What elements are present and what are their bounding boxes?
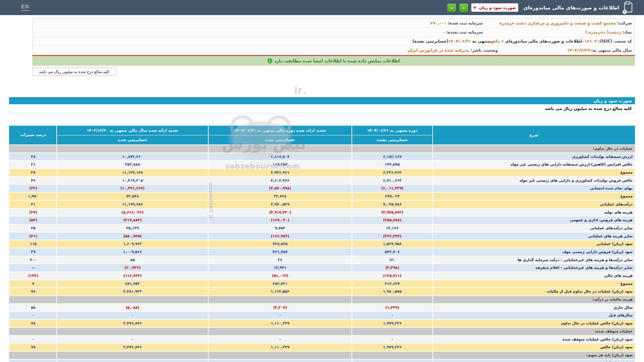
row-label: سود (زیان) فروش دارایی زیستی مولد [432,248,635,256]
value-current-period: (۲۳۶,۲۴۴) [352,233,432,240]
section-row: سود (زیان) پایه هر سهم: [9,352,635,359]
statement-type-select[interactable]: صورت سود و زیان ▼ [471,3,518,12]
header-prior-year: تجدید ارائه شده سال مالی منتهی به ۱۴۰۳/۱… [56,126,208,144]
unregistered-capital-value: ۰ [442,30,445,35]
header-prior-audit: حسابرسی شده [209,135,352,144]
value-prior-year [56,328,208,335]
table-row: مجموع۶۹۹,۰۲۴۳۳,۷۶۸۷۲,۵۳۸۱,۹۷۰ [9,193,635,200]
header-current-title: دوره منتهی به ۱۴۰۴/۰۶/۳۱ [352,126,432,135]
table-row: ارزش منصفانه تولیدات کشاورزی۶,۱۸۲,۱۶۷۴,۸… [9,153,635,161]
row-label: مجموع [432,169,635,176]
header-prior-period: تجدید ارائه شده دوره مالی منتهی به ۱۴۰۳/… [208,126,352,144]
row-label: سایر هزینه های عملیاتی [432,233,635,240]
value-prior-year: ۱۰,۸۷۴,۲۶۰ [56,153,208,161]
value-current-period: ۱,۵۶۷,۹۵۸ [352,240,432,248]
table-row: سود (زیان) خالص عملیات در حال تداوم۱,۹۷۹… [9,320,635,327]
period-note-months: ۶ ماهه [490,39,504,44]
value-percent-change: ۷۸ [10,320,56,327]
registered-capital-label: سرمایه ثبت شده: [448,21,483,25]
value-current-period [352,352,432,359]
row-label: سال جاری [432,304,635,311]
value-prior-period: ۹,۷۵۲ [208,225,352,232]
value-percent-change: -- [10,264,56,272]
value-prior-year: ۸۷۱,۹۷۲ [56,280,208,288]
row-label: سود (زیان) عملیات در حال تداوم قبل از ما… [432,288,635,295]
section-row: عملیات در حال تداوم: [9,145,635,153]
value-current-period: (۱,۳۴۹) [352,304,432,311]
value-prior-period: ۰ [208,336,352,343]
value-percent-change: ۱,۹۷۰ [10,193,56,200]
statement-units-note: کلیه مبالغ درج شده به میلیون ریال می باش… [9,104,635,113]
value-prior-period: ۴۲۱,۷۸۷ [208,248,352,256]
statement-rows: عملیات در حال تداوم:ارزش منصفانه تولیدات… [9,145,635,362]
value-current-period: (۴,۴۹۸) [352,264,432,272]
value-percent-change: ۰ [10,336,56,343]
row-label: سایر درآمدها و هزینه های غیرعملیاتی - در… [432,256,635,264]
value-prior-year: ۰ [56,336,208,343]
value-percent-change: ۴۶ [10,177,56,184]
value-prior-period: ۱۱۹,۲۵۴ [208,161,352,168]
value-prior-year: ۲,۴۷۶,۸۴۶ [56,344,208,351]
value-prior-period: (۳,۹۱۷,۴۳۰) [208,209,352,216]
value-percent-change: ۴۱ [10,201,56,208]
value-prior-period: (۳,۲۰۷) [208,304,352,311]
signature-match-text: اطلاعات نمایش داده شده با اطلاعات امضا ش… [274,58,400,63]
value-percent-change: ۴۰۰ [10,256,56,264]
value-prior-year: ۱,۶۰۹,۹۶۲ [56,240,208,248]
value-percent-change: ۷۸ [10,344,56,351]
value-prior-period: ۳۸۴,۷۲۱ [208,280,352,288]
symbol-label: نماد: [623,30,632,35]
value-prior-year: ۲,۴۸۱,۹۳۴ [56,288,208,295]
info-row-status: سال مالی منتهی به: ۱۴۰۴/۱۲/۲۹ وضعیت ناشر… [33,46,635,55]
row-label: بهای تمام شده انتسابی [432,185,635,192]
table-row: خالص افزایش (کاهش) ارزش منصفانه دارایی ه… [9,161,635,168]
value-prior-year: (۱۰,۳۴۶,۶۶۷) [56,185,208,192]
value-prior-period: (۵۱,۰۱۳) [208,272,352,280]
language-toggle-en[interactable]: EN [21,4,29,11]
value-current-period: ۰ [352,336,432,343]
value-percent-change: ۲۱ [10,161,56,168]
value-percent-change: ۰ [10,312,56,319]
row-label: هزینه های تولید [432,209,635,216]
value-prior-year: ۷۲,۵۳۸ [56,193,208,200]
value-current-period: (۱۲۵,۷۱۱) [352,272,432,280]
units-note-box: کلیه مبالغ درج شده به میلیون ریال می باش… [32,68,116,76]
info-row-company: شرکت: مجتمع کشت و صنعت و دامپروری و مرغد… [33,19,635,28]
period-note-date: ۱۴۰۴/۰۶/۳۱ [448,39,471,44]
row-label: سایر درآمدها و هزینه های غیرعملیاتی - اق… [432,264,635,272]
value-prior-year [56,145,208,153]
value-percent-change: (۴۱) [10,233,56,240]
value-prior-year: (۴۱۷,۸۸۲) [56,217,208,224]
next-statement-button[interactable]: › [459,3,468,12]
table-row: عملیاتی (ریال)۲,۸۶۸۱,۶۰۹۳,۵۹۰۷۸ [9,360,635,362]
value-current-period: ۴۱۲,۶۲۷ [352,280,432,288]
value-prior-year [56,352,208,359]
header-prior-year-title: تجدید ارائه شده سال مالی منتهی به ۱۴۰۳/۱… [57,126,208,135]
fiscal-year-value: ۱۴۰۴/۱۲/۲۹ [567,48,590,53]
topbar-right: اطلاعات و صورت‌های مالی میاندوره‌ای صورت… [447,3,632,12]
value-prior-period: ۱۳,۹۲۱ [208,264,352,272]
period-note-part1: اطلاعات و صورت‌های مالی میاندوره‌ای [504,39,582,44]
row-label: ارزش منصفانه تولیدات کشاورزی [432,153,635,161]
header-prior-title: تجدید ارائه شده دوره مالی منتهی به ۱۴۰۳/… [209,126,352,135]
value-prior-year [56,296,208,303]
value-percent-change [10,328,56,335]
isic-value: ۰۱۲۱۰۳ [582,39,597,44]
value-prior-period: ۰ [208,312,352,319]
value-percent-change: ۷ [10,280,56,288]
table-row: هزینه های فروش، اداری و عمومی(۲۵۵,۸۷۸)(۱… [9,217,635,224]
value-prior-year: ۸۵ [56,256,208,264]
header-current-audit: حسابرسی نشده [352,135,432,144]
row-label: خالص فروش تولیدات کشاورزی و دارایی های ز… [432,177,635,184]
table-row: بهای تمام شده انتسابی(۶,۰۱۱,۴۳۹)(۴,۵۷۰,۹… [9,185,635,192]
unregistered-capital-label: سرمایه ثبت نشده: [446,30,483,35]
row-label: درآمدهای عملیاتی [432,201,635,208]
prev-statement-button[interactable]: ‹ [447,3,456,12]
value-percent-change: (۵۳) [10,217,56,224]
row-label: هزینه های فروش، اداری و عمومی [432,217,635,224]
value-prior-period [208,328,352,335]
value-percent-change: ۱۱۵ [10,240,56,248]
value-percent-change: (۱۴۶) [10,272,56,280]
value-prior-period: (۱۶۶,۹۷۶) [208,233,352,240]
value-current-period: (۶,۰۱۱,۴۳۹) [352,185,432,192]
